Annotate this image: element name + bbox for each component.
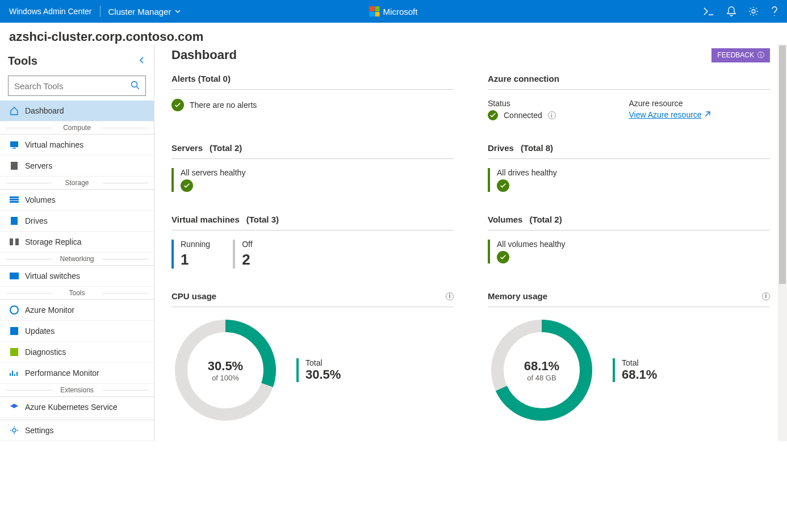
feedback-button[interactable]: FEEDBACK ⓘ bbox=[711, 48, 770, 62]
volumes-total: (Total 2) bbox=[529, 215, 562, 224]
servers-heading: Servers bbox=[171, 143, 203, 153]
drives-card: Drives(Total 8) All drives healthy bbox=[488, 143, 770, 192]
sidebar-item-settings[interactable]: Settings bbox=[0, 420, 154, 441]
sidebar-item-updates[interactable]: Updates bbox=[0, 321, 154, 342]
sidebar-item-label: Azure Monitor bbox=[25, 305, 74, 315]
vms-card: Virtual machines(Total 3) Running 1 Off … bbox=[171, 215, 454, 269]
aks-icon bbox=[9, 403, 19, 411]
server-icon bbox=[9, 161, 19, 170]
gear-icon bbox=[9, 426, 19, 435]
sidebar-item-label: Dashboard bbox=[25, 106, 64, 115]
svg-rect-10 bbox=[10, 273, 19, 279]
notifications-icon[interactable] bbox=[727, 6, 736, 16]
search-icon bbox=[131, 81, 140, 91]
help-icon[interactable] bbox=[771, 6, 778, 16]
brand-text: Microsoft bbox=[383, 7, 418, 16]
azure-status-value: Connected bbox=[504, 111, 542, 120]
powershell-icon[interactable] bbox=[703, 7, 714, 16]
volumes-icon bbox=[9, 196, 19, 203]
cpu-caption: of 100% bbox=[212, 374, 239, 382]
sidebar-item-label: Performance Monitor bbox=[25, 368, 99, 378]
sidebar-item-perf-monitor[interactable]: Performance Monitor bbox=[0, 363, 154, 384]
check-circle-icon bbox=[171, 99, 184, 111]
svg-rect-6 bbox=[10, 201, 19, 203]
sidebar-item-drives[interactable]: Drives bbox=[0, 211, 154, 232]
check-circle-icon bbox=[488, 110, 498, 120]
volumes-message: All volumes healthy bbox=[497, 240, 770, 249]
drive-icon bbox=[9, 216, 19, 225]
servers-message: All servers healthy bbox=[181, 168, 454, 177]
volumes-heading: Volumes bbox=[488, 215, 522, 224]
search-tools-input-wrap[interactable] bbox=[8, 76, 146, 96]
sidebar: Tools Dashboard Compute Virtual machines bbox=[0, 44, 154, 441]
nav-group-storage: Storage bbox=[0, 177, 154, 190]
view-azure-resource-link[interactable]: View Azure resource bbox=[629, 110, 711, 119]
memory-total-value: 68.1% bbox=[622, 367, 657, 382]
sidebar-item-label: Azure Kubernetes Service bbox=[25, 403, 118, 412]
info-icon[interactable]: i bbox=[446, 292, 454, 300]
sidebar-item-label: Updates bbox=[25, 326, 55, 336]
svg-rect-2 bbox=[10, 141, 18, 147]
cpu-total-value: 30.5% bbox=[305, 367, 341, 382]
sidebar-item-label: Drives bbox=[25, 216, 48, 225]
memory-caption: of 48 GB bbox=[527, 374, 556, 382]
sidebar-item-label: Volumes bbox=[25, 195, 56, 204]
sidebar-item-diagnostics[interactable]: Diagnostics bbox=[0, 342, 154, 363]
nav-group-tools: Tools bbox=[0, 287, 154, 300]
switch-icon bbox=[9, 273, 19, 279]
context-label: Cluster Manager bbox=[108, 7, 171, 16]
memory-heading: Memory usage bbox=[488, 291, 547, 301]
sidebar-item-azure-monitor[interactable]: Azure Monitor bbox=[0, 300, 154, 321]
home-icon bbox=[9, 106, 19, 115]
vms-heading: Virtual machines bbox=[171, 215, 240, 224]
check-circle-icon bbox=[497, 251, 509, 263]
sidebar-item-label: Settings bbox=[25, 426, 54, 435]
nav-group-extensions: Extensions bbox=[0, 384, 154, 397]
link-text: View Azure resource bbox=[629, 110, 702, 119]
cpu-card: CPU usage i 30.5% of 100% bbox=[171, 291, 454, 424]
sidebar-item-vswitches[interactable]: Virtual switches bbox=[0, 266, 154, 287]
sidebar-item-servers[interactable]: Servers bbox=[0, 156, 154, 177]
scrollbar[interactable] bbox=[778, 44, 787, 441]
collapse-sidebar-button[interactable] bbox=[138, 56, 146, 66]
info-icon[interactable]: i bbox=[762, 292, 770, 300]
azure-status-label: Status bbox=[488, 99, 629, 108]
memory-card: Memory usage i 68.1% of 48 GB bbox=[488, 291, 770, 424]
sidebar-item-volumes[interactable]: Volumes bbox=[0, 190, 154, 211]
azure-resource-label: Azure resource bbox=[629, 99, 771, 108]
sidebar-item-vms[interactable]: Virtual machines bbox=[0, 135, 154, 156]
divider bbox=[100, 6, 101, 17]
svg-point-1 bbox=[132, 81, 137, 87]
nav-group-networking: Networking bbox=[0, 253, 154, 266]
diagnostics-icon bbox=[9, 348, 19, 356]
scrollbar-thumb[interactable] bbox=[779, 45, 786, 284]
feedback-label: FEEDBACK bbox=[717, 51, 754, 59]
content: Dashboard FEEDBACK ⓘ Alerts (Total 0) Th… bbox=[154, 44, 787, 441]
cpu-total-label: Total bbox=[305, 358, 341, 367]
svg-point-0 bbox=[752, 10, 755, 13]
check-circle-icon bbox=[497, 179, 509, 192]
info-icon[interactable]: i bbox=[548, 111, 556, 119]
monitor-icon bbox=[9, 141, 19, 149]
sidebar-item-storage-replica[interactable]: Storage Replica bbox=[0, 232, 154, 253]
cpu-donut-chart: 30.5% of 100% bbox=[171, 316, 279, 424]
check-circle-icon bbox=[181, 179, 193, 192]
gear-icon[interactable] bbox=[748, 6, 759, 16]
azure-heading: Azure connection bbox=[488, 74, 559, 83]
svg-rect-5 bbox=[10, 199, 19, 200]
vms-off-count: 2 bbox=[242, 251, 252, 269]
svg-rect-8 bbox=[10, 238, 13, 245]
tools-heading: Tools bbox=[8, 55, 37, 68]
svg-rect-13 bbox=[10, 348, 18, 356]
search-input[interactable] bbox=[14, 81, 131, 91]
servers-total: (Total 2) bbox=[210, 143, 242, 153]
sidebar-item-aks[interactable]: Azure Kubernetes Service bbox=[0, 397, 154, 418]
memory-pct: 68.1% bbox=[524, 359, 559, 374]
context-switcher[interactable]: Cluster Manager bbox=[108, 7, 182, 16]
info-icon: ⓘ bbox=[757, 51, 764, 60]
svg-rect-3 bbox=[11, 162, 18, 170]
sidebar-item-dashboard[interactable]: Dashboard bbox=[0, 100, 154, 122]
sidebar-item-label: Virtual switches bbox=[25, 271, 80, 280]
svg-rect-9 bbox=[15, 238, 19, 245]
cpu-pct: 30.5% bbox=[208, 359, 243, 374]
